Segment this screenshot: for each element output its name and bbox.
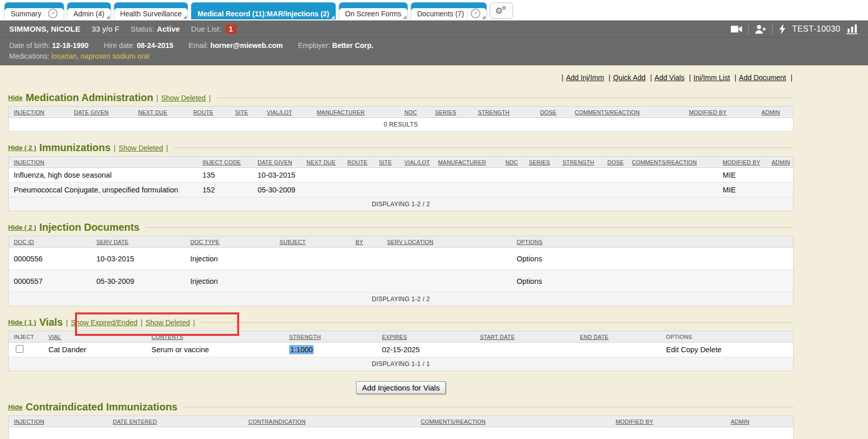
column-header[interactable]: NEXT DUE xyxy=(137,109,192,115)
video-camera-icon[interactable] xyxy=(731,25,742,33)
column-header[interactable]: ADMIN xyxy=(771,159,791,165)
column-header[interactable]: DATE GIVEN xyxy=(73,109,137,115)
column-header[interactable]: OPTIONS xyxy=(516,239,789,245)
add-vials-link[interactable]: Add Vials xyxy=(654,74,684,82)
column-header[interactable]: SERIES xyxy=(528,159,561,165)
show-expired-ended-link[interactable]: Show Expired/Ended xyxy=(71,319,138,327)
column-header[interactable]: SUBJECT xyxy=(278,239,354,245)
inj-imm-list-link[interactable]: Inj/Imm List xyxy=(694,74,730,82)
hire-date-value: 08-24-2015 xyxy=(137,41,173,50)
tab-medical-record[interactable]: Medical Record (11):MAR/Injections (2) xyxy=(191,2,336,19)
paging-status: DISPLAYING 1-2 / 2 xyxy=(9,198,793,211)
separator: | xyxy=(561,74,564,82)
column-header[interactable]: COMMENTS/REACTION xyxy=(631,159,722,165)
column-header[interactable]: MANUFACTURER xyxy=(316,109,403,115)
column-header[interactable]: SERV DATE xyxy=(95,239,189,245)
add-document-link[interactable]: Add Document xyxy=(739,74,786,82)
hide-link[interactable]: Hide ( 2 ) xyxy=(8,144,36,152)
tab-summary[interactable]: Summary ↗ xyxy=(4,2,64,19)
column-header[interactable]: BY xyxy=(354,239,386,245)
options-link[interactable]: Options xyxy=(516,255,789,263)
lightning-bolt-icon[interactable] xyxy=(779,24,786,34)
column-header[interactable]: CONTENTS xyxy=(150,334,288,340)
add-injections-for-vials-button[interactable]: Add Injections for Vials xyxy=(356,381,446,394)
section-title: Vials xyxy=(39,316,63,328)
column-header[interactable]: SITE xyxy=(378,159,403,165)
column-header[interactable]: SERV LOCATION xyxy=(386,239,516,245)
column-header[interactable]: DOC TYPE xyxy=(189,239,278,245)
show-deleted-link[interactable]: Show Deleted xyxy=(145,319,190,327)
column-header[interactable]: DATE ENTERED xyxy=(112,419,247,425)
column-header[interactable]: ROUTE xyxy=(346,159,378,165)
status-label: Status: xyxy=(131,25,155,33)
column-header[interactable]: DOSE xyxy=(606,159,631,165)
column-header[interactable]: VIAL/LOT xyxy=(266,109,316,115)
hide-link[interactable]: Hide xyxy=(8,94,22,102)
separator: | xyxy=(209,94,211,102)
column-header[interactable]: INJECTION xyxy=(13,159,201,165)
separator: , xyxy=(76,52,79,60)
column-header[interactable]: NDC xyxy=(403,109,434,115)
hide-link[interactable]: Hide ( 1 ) xyxy=(8,319,36,326)
column-header[interactable]: COMMENTS/REACTION xyxy=(420,419,615,425)
hide-link[interactable]: Hide xyxy=(8,403,22,411)
column-header[interactable]: END DATE xyxy=(579,334,665,340)
tab-health-surveillance[interactable]: Health Surveillance xyxy=(114,2,189,19)
settings-gears-icon[interactable]: ⚙⚙ xyxy=(490,3,513,19)
show-deleted-link[interactable]: Show Deleted xyxy=(119,144,163,152)
separator: | xyxy=(141,319,143,327)
tab-on-screen-forms[interactable]: On Screen Forms xyxy=(339,2,408,19)
column-header[interactable]: STRENGTH xyxy=(288,334,381,340)
column-header[interactable]: INJECTION xyxy=(13,109,73,115)
popout-icon[interactable]: ↗ xyxy=(48,9,58,18)
doc-type: Injection xyxy=(189,255,278,263)
quick-add-link[interactable]: Quick Add xyxy=(613,74,646,82)
column-header[interactable]: NEXT DUE xyxy=(305,159,346,165)
tab-menu-fold-icon xyxy=(183,15,187,19)
table-row: 0000557 05-30-2009 Injection Options xyxy=(9,270,793,292)
column-header[interactable]: MANUFACTURER xyxy=(437,159,504,165)
doc-type: Injection xyxy=(189,277,278,285)
edit-copy-delete-links[interactable]: Edit Copy Delete xyxy=(665,346,789,354)
column-header: OPTIONS xyxy=(665,334,789,340)
due-list-badge[interactable]: 1 xyxy=(225,25,237,34)
tab-health-surveillance-label: Health Surveillance xyxy=(120,10,182,18)
column-header[interactable]: SERIES xyxy=(434,109,477,115)
column-header[interactable]: VIAL xyxy=(47,334,150,340)
column-header[interactable]: INJECTION xyxy=(13,419,112,425)
column-header[interactable]: DOC ID xyxy=(13,239,95,245)
column-header[interactable]: NDC xyxy=(504,159,528,165)
tab-documents[interactable]: Documents (7) ↗ xyxy=(411,2,487,19)
options-link[interactable]: Options xyxy=(516,277,789,285)
section-rule xyxy=(174,148,794,148)
hide-link[interactable]: Hide ( 2 ) xyxy=(8,224,36,231)
add-person-icon[interactable] xyxy=(755,25,766,34)
vial-select-checkbox[interactable] xyxy=(16,345,23,353)
column-header[interactable]: START DATE xyxy=(479,334,579,340)
show-deleted-link[interactable]: Show Deleted xyxy=(161,94,206,102)
column-header[interactable]: EXPIRES xyxy=(381,334,479,340)
column-header[interactable]: DOSE xyxy=(539,109,574,115)
column-header[interactable]: VIAL/LOT xyxy=(403,159,437,165)
column-header[interactable]: ROUTE xyxy=(192,109,234,115)
column-header[interactable]: MODIFIED BY xyxy=(722,159,771,165)
column-header[interactable]: STRENGTH xyxy=(477,109,539,115)
column-header[interactable]: MODIFIED BY xyxy=(688,109,760,115)
medication-link[interactable]: losartan xyxy=(51,52,76,60)
bar-chart-icon[interactable] xyxy=(847,24,859,34)
medication-link[interactable]: naproxen sodium oral xyxy=(81,52,149,60)
column-header[interactable]: SITE xyxy=(234,109,266,115)
column-header[interactable]: COMMENTS/REACTION xyxy=(574,109,688,115)
table-header: INJECTION DATE GIVEN NEXT DUE ROUTE SITE… xyxy=(9,107,793,118)
tab-admin[interactable]: Admin (4) xyxy=(67,2,111,19)
column-header[interactable]: ADMIN xyxy=(730,419,789,425)
popout-icon[interactable]: ↗ xyxy=(471,9,480,18)
column-header[interactable]: MODIFIED BY xyxy=(615,419,730,425)
column-header[interactable]: DATE GIVEN xyxy=(257,159,305,165)
column-header[interactable]: INJECT CODE xyxy=(201,159,257,165)
add-inj-imm-link[interactable]: Add Inj/Imm xyxy=(566,74,604,82)
column-header[interactable]: CONTRAINDICATION xyxy=(247,419,420,425)
column-header[interactable]: STRENGTH xyxy=(561,159,606,165)
column-header[interactable]: ADMIN xyxy=(760,109,789,115)
separator: | xyxy=(650,74,652,82)
